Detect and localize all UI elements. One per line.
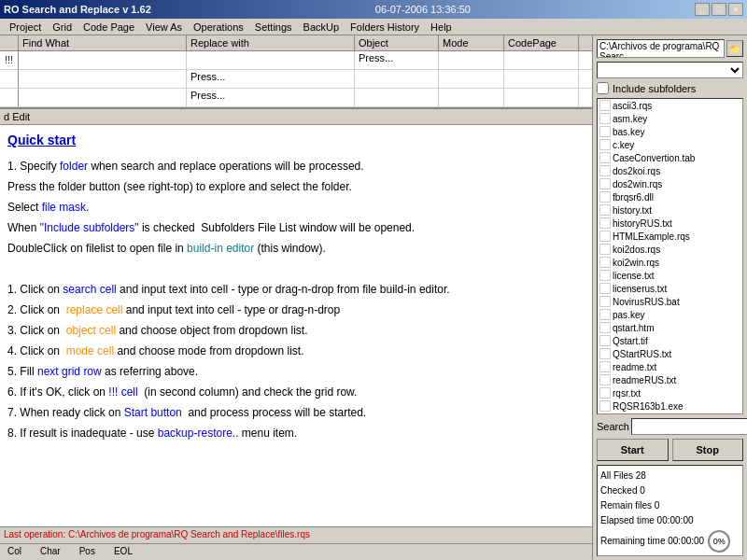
menu-project[interactable]: Project: [4, 21, 47, 34]
file-name: qstart.htm: [613, 323, 654, 333]
list-item[interactable]: qstart.htm: [598, 321, 742, 334]
list-item[interactable]: rqsr.txt: [598, 386, 742, 399]
menu-settings[interactable]: Settings: [249, 21, 298, 34]
row2-codepage[interactable]: [504, 70, 579, 88]
step-2c: 3. Click on object cell and choose objec…: [7, 322, 585, 339]
list-item[interactable]: koi2win.rqs: [598, 256, 742, 269]
row3-replace[interactable]: Press...: [187, 89, 355, 106]
content-area: d Edit Quick start 1. Specify folder whe…: [0, 109, 592, 560]
folder-browse-button[interactable]: 📁: [726, 40, 743, 57]
list-item[interactable]: readme.txt: [598, 360, 742, 373]
list-item[interactable]: Qstart.tif: [598, 334, 742, 347]
list-item[interactable]: unins000.dat: [598, 413, 742, 414]
file-icon: [599, 113, 611, 124]
menu-grid[interactable]: Grid: [47, 21, 78, 34]
step-2d: 4. Click on mode cell and choose mode fr…: [7, 343, 585, 359]
file-name: unins000.dat: [613, 414, 666, 415]
row1-codepage[interactable]: [504, 51, 579, 69]
menu-operations[interactable]: Operations: [188, 21, 249, 34]
list-item[interactable]: readmeRUS.txt: [598, 373, 742, 386]
list-item[interactable]: QStartRUS.txt: [598, 347, 742, 360]
row2-find[interactable]: [19, 70, 187, 88]
left-panel: Find What Replace with Object Mode CodeP…: [0, 35, 593, 560]
list-item[interactable]: licenserus.txt: [598, 282, 742, 295]
maximize-button[interactable]: □: [712, 3, 726, 16]
list-item[interactable]: historyRUS.txt: [598, 217, 742, 230]
col-find-what: Find What: [19, 35, 187, 50]
file-name: bas.key: [613, 127, 644, 137]
list-item[interactable]: dos2win.rqs: [598, 177, 742, 190]
folder-path-input[interactable]: C:\Archivos de programa\RQ Searc: [597, 39, 725, 58]
menu-help[interactable]: Help: [425, 21, 458, 34]
list-item[interactable]: pas.key: [598, 308, 742, 321]
menu-viewas[interactable]: View As: [140, 21, 188, 34]
grid-row-3[interactable]: Press...: [0, 89, 592, 107]
list-item[interactable]: fbrqsr6.dll: [598, 190, 742, 203]
list-item[interactable]: CaseConvertion.tab: [598, 151, 742, 164]
window-controls[interactable]: _ □ ×: [695, 3, 743, 16]
row1-replace[interactable]: [187, 51, 355, 69]
list-item[interactable]: NovirusRUS.bat: [598, 295, 742, 308]
menu-bar: Project Grid Code Page View As Operation…: [0, 19, 747, 35]
menu-foldershistory[interactable]: Folders History: [345, 21, 425, 34]
row1-find[interactable]: [19, 51, 187, 69]
step-2f: 6. If it's OK, click on !!! cell (in sec…: [7, 384, 585, 400]
file-name: licenserus.txt: [613, 284, 667, 294]
list-item[interactable]: license.txt: [598, 269, 742, 282]
progress-row: Remaining time 00:00:00 0%: [600, 530, 740, 553]
list-item[interactable]: koi2dos.rqs: [598, 243, 742, 256]
list-item[interactable]: HTMLExample.rqs: [598, 230, 742, 243]
step-1e: DoubleClick on filelist to open file in …: [7, 240, 585, 257]
row3-mode[interactable]: [439, 89, 504, 106]
minimize-button[interactable]: _: [695, 3, 710, 16]
row2-mode[interactable]: [439, 70, 504, 88]
close-button[interactable]: ×: [728, 3, 743, 16]
row1-object[interactable]: Press...: [355, 51, 439, 69]
file-name: CaseConvertion.tab: [613, 153, 695, 163]
spacer: [7, 260, 585, 277]
row3-object[interactable]: [355, 89, 439, 106]
menu-backup[interactable]: BackUp: [298, 21, 345, 34]
filemask-select[interactable]: [597, 62, 743, 78]
file-name: RQSR163b1.exe: [613, 401, 684, 412]
list-item[interactable]: RQSR163b1.exe: [598, 399, 742, 413]
main-container: Find What Replace with Object Mode CodeP…: [0, 35, 747, 560]
start-button[interactable]: Start: [597, 439, 669, 461]
list-item[interactable]: ascii3.rqs: [598, 99, 742, 112]
file-icon: [599, 204, 611, 216]
step-1c: Select file mask.: [7, 199, 585, 216]
list-item[interactable]: bas.key: [598, 125, 742, 138]
menu-codepage[interactable]: Code Page: [78, 21, 140, 34]
include-subfolders-checkbox[interactable]: [597, 82, 609, 94]
app-title: RO Search and Replace v 1.62: [4, 4, 151, 15]
file-icon: [599, 283, 611, 294]
step-1b: Press the folder button (see right-top) …: [7, 178, 585, 195]
stop-button[interactable]: Stop: [672, 439, 744, 461]
col-object: Object: [355, 35, 439, 50]
file-list[interactable]: ascii3.rqsasm.keybas.keyc.keyCaseConvert…: [597, 98, 743, 414]
row3-find[interactable]: [19, 89, 187, 106]
include-subfolders-row: Include subfolders: [597, 82, 743, 94]
row2-replace[interactable]: Press...: [187, 70, 355, 88]
list-item[interactable]: dos2koi.rqs: [598, 164, 742, 177]
step-2e: 5. Fill next grid row as referring above…: [7, 363, 585, 380]
search-input[interactable]: [631, 418, 747, 435]
grid-row-2[interactable]: Press...: [0, 70, 592, 89]
list-item[interactable]: c.key: [598, 138, 742, 151]
step-2a: 1. Click on search cell and input text i…: [7, 281, 585, 298]
row2-object[interactable]: [355, 70, 439, 88]
right-panel: C:\Archivos de programa\RQ Searc 📁 Inclu…: [593, 35, 747, 560]
action-buttons: Start Stop: [597, 439, 743, 461]
row3-codepage[interactable]: [504, 89, 579, 106]
grid-row-1[interactable]: !!! Press...: [0, 51, 592, 70]
file-name: rqsr.txt: [613, 388, 641, 399]
search-replace-grid: Find What Replace with Object Mode CodeP…: [0, 35, 592, 109]
list-item[interactable]: asm.key: [598, 112, 742, 125]
file-name: QStartRUS.txt: [613, 349, 671, 359]
file-icon: [599, 322, 611, 333]
footer-pos: Pos: [79, 546, 95, 558]
file-name: c.key: [613, 140, 634, 150]
list-item[interactable]: history.txt: [598, 203, 742, 217]
row1-mode[interactable]: [439, 51, 504, 69]
footer-eol: EOL: [114, 546, 133, 558]
